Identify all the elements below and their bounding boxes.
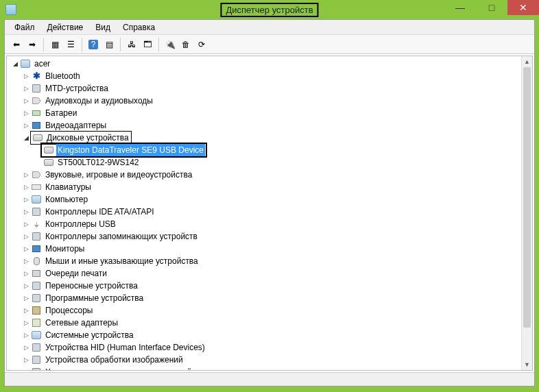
expand-icon[interactable]: ◢	[22, 132, 30, 144]
expand-icon[interactable]: ▷	[22, 193, 30, 206]
toolbar-properties-button[interactable]: ▤	[101, 37, 117, 52]
minimize-button[interactable]: —	[444, 0, 476, 15]
category-label: Сетевые адаптеры	[44, 317, 119, 329]
expand-icon[interactable]: ◢	[11, 58, 19, 70]
expand-icon[interactable]: ▷	[22, 82, 30, 95]
usb-icon: ⏚	[31, 219, 42, 230]
device-tree[interactable]: ◢ acer ▷✱Bluetooth▷MTD-устройства▷Аудиов…	[7, 56, 532, 370]
device-label: Kingston DataTraveler SE9 USB Device	[56, 144, 205, 156]
expand-icon[interactable]: ▷	[22, 255, 30, 267]
chip-icon	[31, 305, 42, 316]
expand-icon[interactable]: ▷	[22, 70, 30, 82]
toolbar-refresh-button[interactable]: ⟳	[194, 37, 209, 52]
tree-category[interactable]: ▷Компьютер	[10, 193, 532, 206]
disk-icon	[43, 157, 54, 168]
category-label: Переносные устройства	[44, 280, 139, 292]
hidden-icon: 🗔	[143, 40, 152, 49]
tree-category[interactable]: ▷Системные устройства	[10, 329, 532, 341]
tree-category[interactable]: ▷Звуковые, игровые и видеоустройства	[10, 169, 532, 181]
toolbar-view-list-button[interactable]: ☰	[63, 37, 78, 52]
menubar: Файл Действие Вид Справка	[5, 20, 534, 35]
scan-icon: 🖧	[128, 40, 136, 49]
device-tree-area: ◢ acer ▷✱Bluetooth▷MTD-устройства▷Аудиов…	[6, 56, 533, 371]
toolbar-help-button[interactable]: ?	[86, 37, 101, 52]
expand-icon[interactable]: ▷	[22, 267, 30, 280]
toolbar-separator	[120, 38, 121, 51]
tree-category[interactable]: ▷Процессоры	[10, 304, 532, 317]
list-icon: ☰	[67, 40, 75, 49]
generic-icon	[31, 231, 42, 242]
expand-icon[interactable]: ▷	[22, 107, 30, 119]
toolbar-enable-button[interactable]: 🔌	[163, 37, 178, 52]
category-label: Батареи	[44, 107, 78, 119]
expand-icon[interactable]: ▷	[22, 243, 30, 255]
expand-icon[interactable]: ▷	[22, 366, 30, 370]
toolbar-view-tile-button[interactable]: ▦	[47, 37, 62, 52]
menu-file[interactable]: Файл	[9, 21, 40, 34]
category-label: Аудиовходы и аудиовыходы	[44, 95, 154, 107]
tree-category[interactable]: ▷Аудиовходы и аудиовыходы	[10, 95, 532, 107]
tree-category[interactable]: ▷Видеоадаптеры	[10, 119, 532, 132]
scroll-up-icon[interactable]: ▲	[522, 56, 532, 67]
expand-icon[interactable]: ▷	[22, 280, 30, 292]
expand-icon[interactable]: ▷	[22, 181, 30, 193]
category-label: Bluetooth	[44, 70, 82, 82]
expand-icon[interactable]: ▷	[22, 169, 30, 181]
close-button[interactable]: ✕	[507, 0, 539, 15]
maximize-button[interactable]: □	[476, 0, 507, 15]
tree-device[interactable]: ST500LT012-9WS142	[10, 156, 532, 169]
expand-icon[interactable]: ▷	[22, 292, 30, 304]
tree-category[interactable]: ▷Контроллеры IDE ATA/ATAPI	[10, 206, 532, 218]
expand-icon[interactable]: ▷	[22, 329, 30, 341]
generic-icon	[31, 354, 42, 365]
menu-action[interactable]: Действие	[42, 21, 89, 34]
tree-category[interactable]: ▷Контроллеры запоминающих устройств	[10, 230, 532, 243]
tree-root[interactable]: ◢ acer	[10, 58, 532, 70]
sound-icon	[31, 95, 42, 106]
tree-category[interactable]: ▷Мониторы	[10, 243, 532, 255]
tree-category[interactable]: ▷Батареи	[10, 107, 532, 119]
category-label: Мониторы	[44, 243, 86, 255]
expand-icon[interactable]: ▷	[22, 341, 30, 354]
tree-device[interactable]: Kingston DataTraveler SE9 USB Device	[10, 144, 532, 156]
menu-view[interactable]: Вид	[90, 21, 116, 34]
tree-category[interactable]: ▷Хост-адаптеры запоминающих устройств	[10, 366, 532, 370]
tree-category[interactable]: ▷Клавиатуры	[10, 181, 532, 193]
tree-category[interactable]: ▷Программные устройства	[10, 292, 532, 304]
expand-icon[interactable]: ▷	[22, 230, 30, 243]
tree-category[interactable]: ▷✱Bluetooth	[10, 70, 532, 82]
tree-category[interactable]: ▷Устройства обработки изображений	[10, 354, 532, 366]
net-icon	[31, 317, 42, 328]
toolbar-forward-button[interactable]: ➡	[25, 37, 40, 52]
expand-icon[interactable]: ▷	[22, 119, 30, 132]
generic-icon	[31, 83, 42, 94]
expand-icon[interactable]: ▷	[22, 317, 30, 329]
toolbar-separator	[158, 38, 159, 51]
category-label: Хост-адаптеры запоминающих устройств	[44, 366, 205, 370]
expand-icon[interactable]: ▷	[22, 304, 30, 317]
battery-icon	[31, 108, 42, 119]
tree-category[interactable]: ▷Мыши и иные указывающие устройства	[10, 255, 532, 267]
computer-icon	[20, 58, 31, 69]
tree-category[interactable]: ▷⏚Контроллеры USB	[10, 218, 532, 230]
scroll-thumb[interactable]	[523, 67, 531, 328]
tree-category[interactable]: ▷Очереди печати	[10, 267, 532, 280]
category-label: Устройства HID (Human Interface Devices)	[44, 341, 206, 354]
toolbar-back-button[interactable]: ⬅	[9, 37, 24, 52]
menu-help[interactable]: Справка	[117, 21, 160, 34]
props-icon: ▤	[106, 40, 113, 49]
expand-icon[interactable]: ▷	[22, 218, 30, 230]
generic-icon	[31, 342, 42, 353]
expand-icon[interactable]: ▷	[22, 206, 30, 218]
toolbar-uninstall-button[interactable]: 🗑	[178, 37, 193, 52]
scroll-down-icon[interactable]: ▼	[522, 359, 532, 370]
expand-icon[interactable]: ▷	[22, 354, 30, 366]
tree-category[interactable]: ▷Сетевые адаптеры	[10, 317, 532, 329]
tree-category[interactable]: ▷Устройства HID (Human Interface Devices…	[10, 341, 532, 354]
toolbar-scan-button[interactable]: 🖧	[124, 37, 139, 52]
vertical-scrollbar[interactable]: ▲ ▼	[521, 56, 532, 370]
expand-icon[interactable]: ▷	[22, 95, 30, 107]
toolbar-show-hidden-button[interactable]: 🗔	[140, 37, 155, 52]
tree-category[interactable]: ▷Переносные устройства	[10, 280, 532, 292]
tree-category[interactable]: ▷MTD-устройства	[10, 82, 532, 95]
